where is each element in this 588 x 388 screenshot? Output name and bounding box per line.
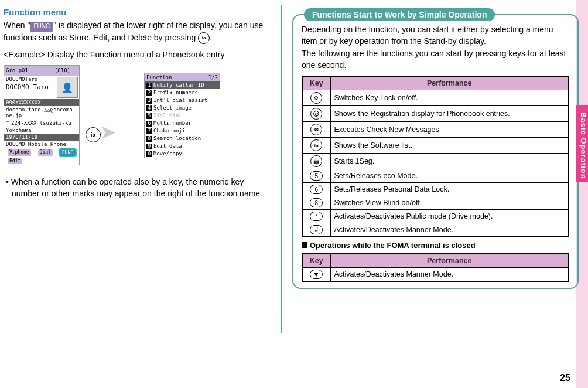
- footnote: • When a function can be operated also b…: [4, 176, 271, 200]
- numeric-key-icon: #: [310, 225, 323, 234]
- i-alpha-key-icon: iα: [86, 127, 101, 142]
- perf-cell: Executes Check New Messages.: [330, 122, 569, 138]
- footer-rule: [0, 369, 574, 369]
- key-performance-table-closed: Key Performance Activates/Deactivates Ma…: [302, 253, 569, 282]
- mail-key-icon: ✉: [310, 124, 322, 135]
- table-row: Activates/Deactivates Manner Mode.: [302, 268, 569, 282]
- numeric-key-icon: *: [310, 212, 323, 221]
- phone-row: 090XXXXXXXX: [4, 99, 79, 106]
- example-label: <Example> Display the Function menu of a…: [4, 49, 271, 60]
- func-badge: FUNC: [30, 22, 53, 32]
- th-performance: Performance: [330, 76, 569, 90]
- th-key: Key: [302, 254, 330, 268]
- table-row: 8Switches View Blind on/off.: [302, 196, 569, 210]
- menu-item: 3Int'l dial assist: [145, 97, 220, 104]
- right-column: Functions Start to Work by Simple Operat…: [282, 0, 588, 363]
- perf-cell: Shows the Software list.: [330, 138, 569, 154]
- perf-cell: Sets/Releases eco Mode.: [330, 169, 569, 183]
- table-row: #Activates/Deactivates Manner Mode.: [302, 223, 569, 237]
- table-row: ✉Executes Check New Messages.: [302, 122, 569, 138]
- perf-cell: Shows the Registration display for Phone…: [330, 106, 569, 122]
- feature-box-title: Functions Start to Work by Simple Operat…: [304, 8, 495, 21]
- subsection-heading: Operations while the FOMA terminal is cl…: [302, 241, 569, 250]
- table-row: 5Sets/Releases eco Mode.: [302, 169, 569, 183]
- contact-photo-icon: 👤: [57, 77, 78, 98]
- menu-item: 4Select image: [145, 104, 220, 112]
- perf-cell: Activates/Deactivates Manner Mode.: [330, 223, 569, 237]
- camera-key-icon: 📷: [310, 155, 322, 167]
- section-title: Function menu: [4, 7, 271, 17]
- menu-item: 6Multi number: [145, 120, 220, 127]
- numeric-key-icon: 6: [310, 185, 323, 194]
- menu-item: 9Edit data: [145, 142, 220, 150]
- perf-cell: Switches View Blind on/off.: [330, 196, 569, 210]
- function-menu-screenshot: Function1/2 1Notify caller ID2Prefix num…: [144, 73, 220, 158]
- example-screens: Group01 [010] 👤 DOCOMOTaro DOCOMO Taro 0…: [4, 65, 271, 165]
- menu-item: 52in1 dial: [145, 112, 220, 120]
- phonebook-screenshot: Group01 [010] 👤 DOCOMOTaro DOCOMO Taro 0…: [4, 65, 80, 165]
- table-row: *Activates/Deactivates Public mode (Driv…: [302, 210, 569, 223]
- down-key-icon: [310, 270, 323, 279]
- table-row: Switches Key Lock on/off.: [302, 90, 569, 106]
- arrow-icon: ➤: [100, 120, 116, 144]
- th-performance: Performance: [330, 254, 569, 268]
- intro-paragraph: When "FUNC" is displayed at the lower ri…: [4, 19, 271, 44]
- i-alpha-key-icon: iα: [310, 139, 322, 151]
- table-row: 📷Starts 1Seg.: [302, 154, 569, 169]
- i-alpha-key-icon: iα: [198, 32, 210, 44]
- feature-box: Functions Start to Work by Simple Operat…: [292, 14, 579, 289]
- menu-item: 8Search location: [145, 135, 220, 142]
- perf-cell: Starts 1Seg.: [330, 154, 569, 169]
- perf-cell: Activates/Deactivates Public mode (Drive…: [330, 210, 569, 223]
- left-column: Function menu When "FUNC" is displayed a…: [0, 0, 281, 363]
- ring-key-icon: [310, 108, 322, 120]
- numeric-key-icon: 5: [310, 171, 323, 181]
- menu-item: 1Notify caller ID: [145, 81, 220, 89]
- table-row: 6Sets/Releases Personal Data Lock.: [302, 183, 569, 196]
- table-row: Shows the Registration display for Phone…: [302, 106, 569, 122]
- center-key-icon: [310, 92, 322, 104]
- perf-cell: Sets/Releases Personal Data Lock.: [330, 183, 569, 196]
- numeric-key-icon: 8: [310, 198, 323, 207]
- menu-item: 2Prefix numbers: [145, 89, 220, 97]
- perf-cell: Switches Key Lock on/off.: [330, 90, 569, 106]
- perf-cell: Activates/Deactivates Manner Mode.: [330, 268, 569, 282]
- menu-item: 0Move/copy: [145, 150, 220, 158]
- menu-item: 7Chaku-moji: [145, 127, 220, 135]
- key-performance-table: Key Performance Switches Key Lock on/off…: [302, 76, 569, 237]
- feature-intro: Depending on the function, you can start…: [302, 23, 569, 71]
- table-row: iαShows the Software list.: [302, 138, 569, 154]
- th-key: Key: [302, 76, 330, 90]
- func-softkey: FUNC: [60, 149, 76, 156]
- side-tab-basic-operation: Basic Operation: [576, 105, 588, 182]
- page-number: 25: [560, 373, 570, 383]
